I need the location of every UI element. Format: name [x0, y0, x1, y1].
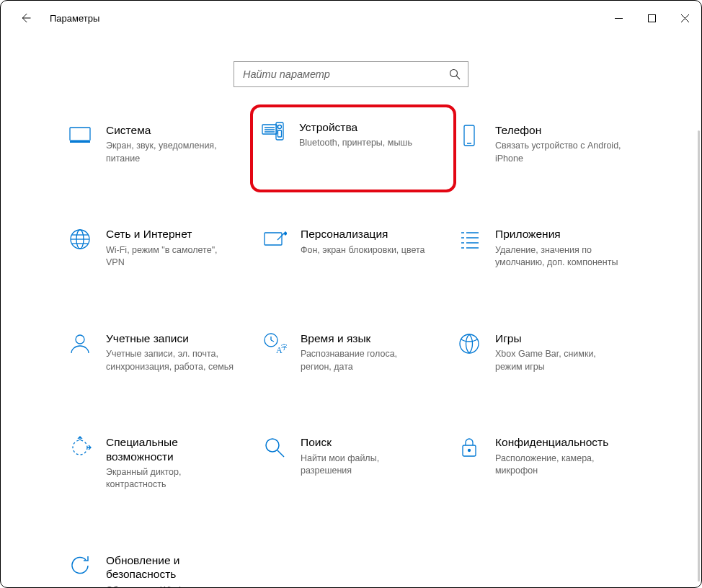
- back-button[interactable]: [14, 6, 37, 30]
- lock-icon: [456, 435, 482, 461]
- tile-desc: Учетные записи, эл. почта, синхронизация…: [106, 348, 236, 373]
- tile-accounts[interactable]: Учетные записи Учетные записи, эл. почта…: [63, 326, 250, 379]
- svg-rect-1: [648, 14, 655, 22]
- svg-point-13: [278, 125, 282, 129]
- close-button[interactable]: [668, 4, 701, 32]
- tile-desc: Расположение, камера, микрофон: [495, 453, 625, 478]
- tile-search[interactable]: Поиск Найти мои файлы, разрешения: [257, 429, 445, 497]
- tile-gaming[interactable]: Игры Xbox Game Bar, снимки, режим игры: [452, 326, 639, 379]
- maximize-button[interactable]: [635, 4, 668, 32]
- search-icon: [449, 68, 461, 80]
- search-tile-icon: [262, 435, 288, 461]
- window-title: Параметры: [50, 13, 99, 24]
- tile-desc: Bluetooth, принтеры, мышь: [299, 137, 412, 150]
- sync-icon: [67, 553, 93, 579]
- title-bar: Параметры: [1, 1, 701, 35]
- tile-update-security[interactable]: Обновление и безопасность Обновления Win…: [63, 548, 250, 588]
- tile-title: Приложения: [495, 227, 625, 241]
- tile-desc: Фон, экран блокировки, цвета: [301, 244, 425, 257]
- tile-title: Система: [106, 123, 236, 137]
- tile-title: Персонализация: [301, 227, 425, 241]
- svg-rect-15: [464, 125, 474, 146]
- tile-personalization[interactable]: Персонализация Фон, экран блокировки, цв…: [257, 221, 445, 275]
- tile-desc: Обновления Windows: [106, 584, 236, 588]
- svg-point-39: [73, 440, 87, 455]
- ease-of-access-icon: [67, 435, 93, 461]
- svg-text:字: 字: [281, 344, 287, 351]
- minimize-icon: [615, 14, 623, 22]
- tile-network[interactable]: Сеть и Интернет Wi-Fi, режим "в самолете…: [63, 221, 250, 275]
- tile-desc: Экран, звук, уведомления, питание: [106, 140, 236, 165]
- tile-apps[interactable]: Приложения Удаление, значения по умолчан…: [452, 221, 639, 275]
- tile-devices[interactable]: Устройства Bluetooth, принтеры, мышь: [250, 104, 456, 192]
- window-controls: [602, 4, 701, 32]
- tile-title: Конфиденциальность: [495, 435, 625, 449]
- arrow-left-icon: [19, 12, 32, 24]
- search-input[interactable]: [243, 68, 449, 80]
- personalization-icon: [262, 227, 288, 253]
- svg-rect-6: [70, 128, 90, 141]
- person-icon: [67, 331, 93, 357]
- svg-point-32: [76, 335, 84, 344]
- tile-desc: Найти мои файлы, разрешения: [301, 453, 430, 478]
- globe-icon: [67, 227, 93, 253]
- maximize-icon: [648, 14, 656, 22]
- svg-point-40: [266, 439, 279, 452]
- close-icon: [681, 14, 689, 22]
- tile-time-language[interactable]: A字 Время и язык Распознавание голоса, ре…: [257, 326, 445, 379]
- tile-phone[interactable]: Телефон Связать устройство с Android, iP…: [452, 117, 639, 171]
- tile-desc: Xbox Game Bar, снимки, режим игры: [495, 348, 625, 373]
- svg-line-41: [277, 450, 284, 457]
- phone-icon: [456, 123, 482, 149]
- system-icon: [67, 123, 93, 149]
- minimize-button[interactable]: [602, 4, 635, 32]
- svg-rect-14: [278, 130, 282, 137]
- time-language-icon: A字: [262, 331, 288, 357]
- svg-point-43: [468, 450, 471, 452]
- svg-line-5: [456, 76, 460, 79]
- tile-desc: Распознавание голоса, регион, дата: [301, 348, 430, 373]
- gaming-icon: [456, 331, 482, 357]
- svg-point-38: [460, 334, 479, 353]
- tile-title: Специальные возможности: [106, 435, 246, 463]
- svg-line-35: [271, 340, 274, 342]
- devices-icon: [260, 120, 286, 146]
- settings-grid: Система Экран, звук, уведомления, питани…: [1, 117, 701, 588]
- scrollbar[interactable]: [698, 130, 700, 582]
- tile-desc: Wi-Fi, режим "в самолете", VPN: [106, 244, 236, 270]
- tile-title: Телефон: [495, 123, 625, 137]
- tile-title: Обновление и безопасность: [106, 553, 246, 582]
- svg-line-23: [277, 233, 284, 240]
- tile-desc: Удаление, значения по умолчанию, доп. ко…: [495, 244, 625, 270]
- tile-title: Сеть и Интернет: [106, 227, 236, 241]
- tile-privacy[interactable]: Конфиденциальность Расположение, камера,…: [452, 429, 639, 497]
- tile-title: Время и язык: [301, 331, 430, 345]
- apps-icon: [456, 227, 482, 253]
- svg-point-4: [450, 70, 458, 77]
- tile-title: Поиск: [301, 435, 430, 449]
- tile-system[interactable]: Система Экран, звук, уведомления, питани…: [63, 117, 250, 171]
- search-box[interactable]: [234, 61, 468, 87]
- tile-ease-of-access[interactable]: Специальные возможности Экранный диктор,…: [63, 429, 250, 497]
- tile-title: Учетные записи: [106, 331, 236, 345]
- tile-desc: Экранный диктор, контрастность: [106, 466, 236, 491]
- tile-desc: Связать устройство с Android, iPhone: [495, 140, 625, 165]
- tile-title: Игры: [495, 331, 625, 345]
- tile-title: Устройства: [299, 120, 412, 134]
